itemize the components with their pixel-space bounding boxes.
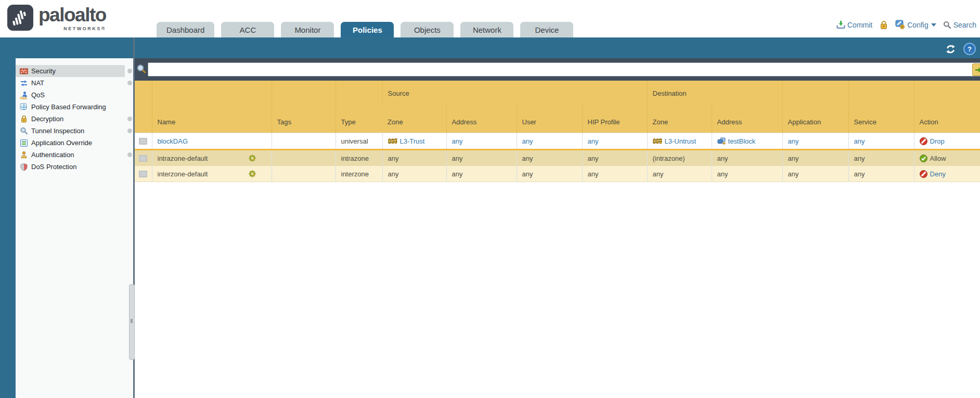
sidebar-item-nat[interactable]: NAT <box>16 77 125 89</box>
sidebar-dot <box>127 69 132 73</box>
tags-cell <box>272 166 336 182</box>
tags-cell <box>272 150 336 166</box>
sidebar-item-label: Tunnel Inspection <box>31 127 84 135</box>
tab-acc[interactable]: ACC <box>221 22 274 37</box>
col-header-src-zone[interactable]: Zone <box>382 104 446 133</box>
rule-type: interzone <box>341 170 369 178</box>
sidebar-item-qos[interactable]: QoS QoS <box>16 89 125 101</box>
sidebar-item-label: DoS Protection <box>31 163 76 171</box>
src-zone-link[interactable]: L3-Trust <box>400 137 425 145</box>
col-header-service[interactable]: Service <box>848 81 914 133</box>
hip-profile-link[interactable]: any <box>588 137 599 145</box>
sidebar-item-label: Decryption <box>31 115 63 123</box>
address-group-icon <box>717 137 726 145</box>
col-header-tags[interactable]: Tags <box>272 81 336 133</box>
tab-device[interactable]: Device <box>520 22 573 37</box>
sidebar-item-tunnel-inspection[interactable]: Tunnel Inspection <box>16 125 125 137</box>
top-bar: paloalto NETWORKS® Dashboard ACC Monitor… <box>0 0 980 37</box>
row-drag-handle[interactable] <box>139 138 147 145</box>
row-drag-handle[interactable] <box>139 155 147 162</box>
config-icon[interactable] <box>895 20 905 30</box>
src-user-link[interactable]: any <box>522 137 533 145</box>
commit-button[interactable]: Commit <box>847 21 872 29</box>
sidebar-item-decryption[interactable]: Decryption <box>16 113 125 125</box>
table-list-icon <box>20 139 28 147</box>
sidebar-item-policy-based-forwarding[interactable]: Policy Based Forwarding <box>16 101 125 113</box>
lock-icon[interactable] <box>879 20 888 30</box>
sidebar-dot <box>127 117 132 121</box>
policy-sidebar: Security NAT QoS QoS <box>16 58 133 398</box>
drop-action-icon <box>920 137 927 145</box>
src-address: any <box>452 170 463 178</box>
sidebar-dot <box>127 129 132 133</box>
sidebar-item-dos-protection[interactable]: DoS Protection <box>16 161 125 173</box>
pan-os-policies-page: paloalto NETWORKS® Dashboard ACC Monitor… <box>0 0 980 398</box>
tab-policies[interactable]: Policies <box>341 22 394 37</box>
action-link[interactable]: Drop <box>930 137 945 145</box>
rule-type: intrazone <box>341 155 369 162</box>
dst-address: any <box>717 155 728 162</box>
zone-fence-icon <box>653 138 662 144</box>
application-link[interactable]: any <box>788 137 799 145</box>
col-header-hip-profile[interactable]: HIP Profile <box>582 104 647 133</box>
application: any <box>788 170 799 178</box>
apply-filter-button[interactable] <box>972 63 980 76</box>
chevron-down-icon <box>931 23 936 27</box>
dst-zone-link[interactable]: L3-Untrust <box>665 137 697 145</box>
col-header-action[interactable]: Action <box>914 81 980 133</box>
col-header-type[interactable]: Type <box>336 81 382 133</box>
service: any <box>854 155 865 162</box>
rule-name-link[interactable]: blockDAG <box>158 137 188 145</box>
row-drag-handle[interactable] <box>139 171 147 177</box>
brand-tagline: NETWORKS® <box>63 26 106 31</box>
tab-dashboard[interactable]: Dashboard <box>157 22 214 37</box>
help-icon[interactable]: ? <box>963 43 976 55</box>
paloalto-logo-icon <box>7 5 33 31</box>
dst-zone: (intrazone) <box>653 155 685 162</box>
src-address-link[interactable]: any <box>452 137 463 145</box>
action-label: Deny <box>930 170 946 178</box>
allow-action-icon <box>920 155 927 162</box>
zone-fence-icon <box>388 138 397 144</box>
service-link[interactable]: any <box>854 137 865 145</box>
sidebar-item-label: NAT <box>31 79 44 87</box>
svg-text:QoS: QoS <box>20 96 28 99</box>
table-row[interactable]: blockDAG universal L3-Trust any any any <box>135 133 980 150</box>
authentication-user-icon <box>20 151 28 159</box>
handle-column-header <box>135 81 152 133</box>
src-address: any <box>452 155 463 162</box>
band-icons: ? <box>946 43 976 55</box>
col-header-dst-zone[interactable]: Zone <box>647 104 712 133</box>
rule-type: universal <box>341 137 368 145</box>
splitter-handle[interactable] <box>129 284 135 360</box>
action-label: Allow <box>930 155 946 162</box>
tab-objects[interactable]: Objects <box>401 22 454 37</box>
tab-monitor[interactable]: Monitor <box>281 22 334 37</box>
filter-search-icon <box>136 64 147 74</box>
dst-address-link[interactable]: testBlock <box>728 137 756 145</box>
table-row[interactable]: interzone-default interzone any <box>135 166 980 182</box>
table-row[interactable]: intrazone-default intrazone any <box>135 150 980 166</box>
commit-icon[interactable] <box>836 20 845 29</box>
sidebar-item-label: Application Override <box>31 139 92 147</box>
policy-filter-input[interactable] <box>148 62 980 76</box>
search-icon[interactable] <box>943 21 951 29</box>
tab-network[interactable]: Network <box>460 22 513 37</box>
sidebar-item-security[interactable]: Security <box>16 65 125 77</box>
sidebar-item-authentication[interactable]: Authentication <box>16 149 125 161</box>
config-menu-button[interactable]: Config <box>907 21 928 29</box>
nat-arrows-icon <box>20 79 28 87</box>
brand-wordmark: paloalto NETWORKS® <box>38 5 106 31</box>
col-header-name[interactable]: Name <box>152 81 272 133</box>
sidebar-item-label: QoS <box>31 91 45 99</box>
col-header-src-address[interactable]: Address <box>446 104 517 133</box>
col-header-dst-address[interactable]: Address <box>712 104 782 133</box>
refresh-icon[interactable] <box>946 44 956 54</box>
deny-action-icon <box>920 170 927 178</box>
sidebar-item-application-override[interactable]: Application Override <box>16 137 125 149</box>
forwarding-icon <box>20 103 28 111</box>
col-header-application[interactable]: Application <box>782 81 848 133</box>
col-header-src-user[interactable]: User <box>517 104 582 133</box>
search-link[interactable]: Search <box>953 21 976 29</box>
sidebar-dot <box>127 152 132 157</box>
